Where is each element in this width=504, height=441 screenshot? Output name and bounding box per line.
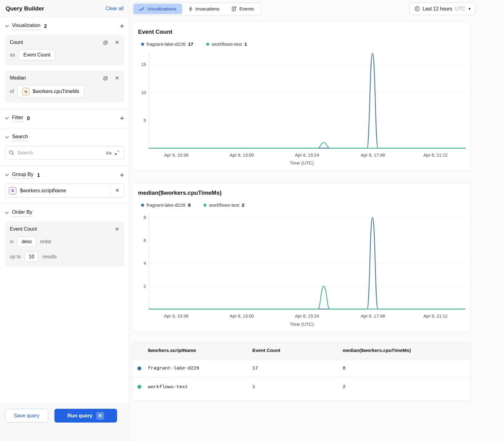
run-shortcut-badge: R — [96, 412, 104, 420]
legend-series-value: 2 — [242, 202, 244, 208]
median-card-title: Median — [10, 75, 26, 81]
script-name-cell: fragrant-lake-d226 — [148, 365, 199, 371]
legend-series-name: workflows-test — [212, 41, 242, 47]
close-icon[interactable]: ✕ — [115, 40, 119, 45]
remove-group-by-icon[interactable]: ✕ — [115, 188, 119, 193]
time-range-label: Last 12 hours — [423, 6, 452, 12]
order-by-section-label: Order By — [12, 209, 32, 217]
time-range-timezone: UTC — [455, 6, 465, 12]
alias-at-icon[interactable]: @ — [103, 40, 108, 45]
add-visualization-button[interactable]: + — [120, 23, 124, 29]
chevron-down-icon[interactable] — [5, 174, 9, 176]
median-cell: 2 — [343, 384, 471, 390]
legend-item[interactable]: workflows-test 1 — [206, 41, 247, 47]
alias-at-icon[interactable]: @ — [103, 76, 108, 81]
median-visualization-card: Median @ ✕ of N $workers.cpuTimeMs — [5, 70, 124, 103]
event-log-icon — [232, 6, 237, 11]
svg-text:Apr 8, 15:24: Apr 8, 15:24 — [295, 153, 319, 158]
svg-text:Apr 8, 13:00: Apr 8, 13:00 — [230, 153, 254, 158]
legend-series-name: fragrant-lake-d226 — [147, 41, 186, 47]
order-direction-selector[interactable]: desc — [17, 236, 36, 247]
filter-count: 0 — [27, 115, 30, 121]
tab-visualizations[interactable]: Visualizations — [133, 4, 182, 14]
save-query-button[interactable]: Save query — [5, 409, 48, 423]
tab-visualizations-label: Visualizations — [147, 6, 176, 12]
legend-item[interactable]: workflows-test 2 — [203, 202, 244, 208]
regex-icon[interactable]: * — [115, 150, 120, 155]
tab-invocations[interactable]: Invocations — [183, 4, 225, 14]
table-row[interactable]: fragrant-lake-d226 17 8 — [132, 359, 471, 378]
count-alias-field[interactable]: Event Count — [19, 49, 55, 60]
median-field-selector[interactable]: N $workers.cpuTimeMs — [18, 85, 84, 98]
filter-section: Filter 0 + — [0, 109, 129, 128]
caret-down-icon: ▾ — [468, 6, 471, 11]
results-label: results — [42, 254, 57, 260]
add-filter-button[interactable]: + — [120, 115, 124, 121]
svg-text:2: 2 — [144, 284, 146, 289]
chevron-down-icon[interactable] — [5, 212, 9, 214]
count-card-title: Count — [10, 40, 23, 45]
group-by-count: 1 — [37, 172, 40, 178]
sidebar-footer: Save query Run query R — [0, 404, 129, 441]
tab-invocations-label: Invocations — [195, 6, 219, 12]
svg-text:5: 5 — [144, 118, 146, 123]
match-case-icon[interactable]: Aa — [106, 150, 112, 155]
add-group-by-button[interactable]: + — [120, 172, 124, 178]
median-cputime-chart-plot[interactable]: 2468Apr 8, 10:36Apr 8, 13:00Apr 8, 15:24… — [138, 213, 466, 320]
svg-text:Apr 8, 13:00: Apr 8, 13:00 — [230, 314, 254, 319]
x-axis-title: Time (UTC) — [138, 322, 466, 327]
x-axis-title: Time (UTC) — [138, 160, 466, 166]
event-count-chart-plot[interactable]: 51015Apr 8, 10:36Apr 8, 13:00Apr 8, 15:2… — [138, 52, 466, 159]
svg-text:Apr 8, 17:48: Apr 8, 17:48 — [361, 314, 385, 319]
svg-text:8: 8 — [144, 215, 146, 220]
median-cputime-chart-card: median($workers.cpuTimeMs) fragrant-lake… — [132, 182, 471, 332]
search-input[interactable] — [17, 150, 103, 156]
series-dot — [137, 385, 141, 389]
group-by-section-label: Group By — [12, 171, 33, 179]
clear-all-button[interactable]: Clear all — [105, 6, 124, 11]
legend-series-value: 1 — [244, 41, 247, 47]
svg-text:Apr 8, 21:12: Apr 8, 21:12 — [423, 153, 448, 158]
number-type-icon: N — [22, 88, 30, 95]
series-dot — [203, 204, 207, 207]
main-content: Visualizations Invocations Events Last 1… — [129, 0, 504, 441]
run-query-button[interactable]: Run query R — [54, 409, 117, 423]
series-dot — [141, 43, 144, 46]
time-range-selector[interactable]: Last 12 hours UTC ▾ — [409, 2, 476, 15]
group-by-field-value: $workers.scriptName — [20, 188, 107, 193]
result-limit-field[interactable]: 10 — [25, 252, 39, 262]
visualization-section-label: Visualization — [12, 22, 40, 30]
order-by-field: Event Count — [10, 226, 37, 232]
order-by-card: Event Count ✕ in desc order up to 10 res… — [5, 221, 124, 267]
median-cell: 8 — [343, 365, 471, 371]
chevron-down-icon[interactable] — [5, 117, 9, 119]
legend-series-value: 17 — [188, 41, 193, 47]
series-dot — [137, 366, 141, 370]
filter-section-label: Filter — [12, 115, 23, 122]
chevron-down-icon[interactable] — [5, 136, 9, 139]
chevron-down-icon[interactable] — [5, 25, 9, 27]
chart-legend: fragrant-lake-d226 8 workflows-test 2 — [141, 202, 466, 208]
order-label: order — [40, 239, 51, 244]
group-by-field-chip[interactable]: S $workers.scriptName ✕ — [5, 184, 124, 197]
topbar: Visualizations Invocations Events Last 1… — [132, 2, 476, 15]
group-by-section: Group By 1 + S $workers.scriptName ✕ — [0, 166, 129, 204]
search-section-label: Search — [12, 134, 28, 141]
order-by-section: Order By Event Count ✕ in desc order up … — [0, 204, 129, 273]
page-title: Query Builder — [6, 5, 44, 12]
svg-text:*: * — [117, 150, 119, 154]
legend-item[interactable]: fragrant-lake-d226 8 — [141, 202, 191, 208]
table-row[interactable]: workflows-test 1 2 — [132, 378, 471, 396]
in-label: in — [10, 239, 14, 244]
close-icon[interactable]: ✕ — [115, 227, 119, 232]
query-builder-sidebar: Query Builder Clear all Visualization 2 … — [0, 0, 129, 441]
visualization-count: 2 — [44, 23, 47, 29]
svg-text:Apr 8, 10:36: Apr 8, 10:36 — [164, 314, 188, 319]
legend-item[interactable]: fragrant-lake-d226 17 — [141, 41, 193, 47]
tab-events[interactable]: Events — [226, 4, 260, 14]
svg-text:10: 10 — [141, 90, 146, 95]
string-type-icon: S — [9, 187, 16, 194]
svg-text:6: 6 — [144, 238, 146, 243]
close-icon[interactable]: ✕ — [115, 76, 119, 81]
legend-series-name: fragrant-lake-d226 — [147, 202, 186, 208]
